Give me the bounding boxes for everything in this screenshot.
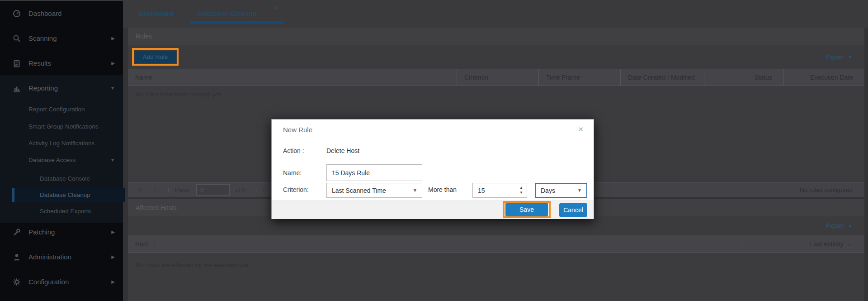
column-header-name[interactable]: Name ↑: [128, 69, 457, 86]
chevron-right-icon: ▶: [111, 61, 115, 66]
unit-select[interactable]: Days ▼: [535, 183, 587, 198]
sidebar-item-label: Smart Group Notifications: [28, 123, 99, 130]
sidebar-item-label: Scheduled Exports: [40, 208, 91, 215]
column-header-criterion[interactable]: Criterion: [457, 69, 538, 86]
sidebar-item-administration[interactable]: Administration ▶: [0, 250, 123, 264]
sidebar-item-dashboard[interactable]: Dashboard: [0, 6, 123, 20]
sidebar-item-report-configuration[interactable]: Report Configuration: [0, 102, 123, 116]
sidebar-item-label: Report Configuration: [28, 106, 85, 113]
tab-bar: Dashboard Database Cleanup ✕: [123, 0, 868, 28]
sort-asc-icon: ↑: [156, 74, 160, 81]
bar-chart-icon: [13, 84, 21, 92]
chevron-right-icon: ▶: [111, 229, 115, 234]
sidebar-item-database-access[interactable]: Database Access ▼: [0, 153, 123, 167]
rule-name-input[interactable]: [326, 164, 422, 181]
sidebar-item-configuration[interactable]: Configuration ▶: [0, 275, 123, 289]
cancel-button[interactable]: Cancel: [559, 203, 587, 217]
affected-hosts-title: Affected Hosts: [136, 204, 177, 211]
add-rule-highlight-box: Add Rule: [132, 48, 179, 66]
criterion-select[interactable]: Last Scanned Time ▼: [326, 183, 422, 198]
sidebar: Dashboard Scanning ▶ Results ▶ Reporting…: [0, 0, 123, 301]
search-icon: [13, 34, 21, 43]
sidebar-item-database-console[interactable]: Database Console: [0, 172, 123, 186]
gauge-icon: [13, 10, 21, 18]
sidebar-item-label: Results: [28, 59, 51, 67]
sidebar-item-smart-group-notifications[interactable]: Smart Group Notifications: [0, 119, 123, 134]
rules-toolbar: Add Rule Export ▼: [128, 45, 864, 69]
pager-separator: |: [168, 186, 169, 193]
pager-page-input[interactable]: [196, 184, 230, 196]
sidebar-item-scheduled-exports[interactable]: Scheduled Exports: [0, 204, 123, 218]
pager-first-icon[interactable]: «: [138, 186, 142, 193]
sidebar-item-label: Database Cleanup: [40, 191, 90, 198]
amount-spinner-field[interactable]: 15 ▲ ▼: [472, 183, 527, 198]
pager-page-label: Page: [175, 186, 189, 193]
column-header-date-created-modified[interactable]: Date Created / Modified: [620, 69, 704, 86]
sidebar-item-label: Configuration: [28, 278, 69, 286]
sidebar-item-scanning[interactable]: Scanning ▶: [0, 31, 123, 45]
chevron-down-icon: ▼: [110, 86, 115, 91]
spinner-arrows: ▲ ▼: [519, 185, 523, 195]
chevron-right-icon: ▶: [111, 279, 115, 284]
app-window: Dashboard Scanning ▶ Results ▶ Reporting…: [0, 0, 868, 301]
caret-down-icon: ▼: [848, 224, 853, 229]
column-header-status[interactable]: Status: [704, 69, 783, 86]
sidebar-item-reporting[interactable]: Reporting ▼: [0, 81, 123, 95]
clipboard-icon: [13, 59, 21, 67]
action-value: Delete Host: [326, 147, 359, 154]
sidebar-item-label: Patching: [28, 228, 55, 236]
spinner-up-icon[interactable]: ▲: [519, 185, 523, 190]
hosts-grid-body: No hosts are effected by the selected ru…: [128, 253, 864, 301]
comparison-text: More than: [428, 186, 457, 193]
close-tab-icon[interactable]: ✕: [274, 4, 279, 12]
save-button[interactable]: Save: [505, 203, 548, 216]
pager-of-label: of 0: [235, 186, 245, 193]
rules-section-header: Rules: [128, 28, 864, 45]
user-icon: [13, 253, 21, 261]
caret-down-icon: ▼: [577, 188, 582, 193]
tab-dashboard[interactable]: Dashboard: [138, 6, 174, 20]
pager-separator: |: [255, 186, 257, 193]
gear-icon: [13, 278, 21, 286]
column-header-execution-date[interactable]: Execution Date: [783, 69, 864, 86]
rules-section-title: Rules: [136, 33, 152, 40]
sort-asc-icon: ↑: [153, 240, 156, 247]
hosts-toolbar: Export ▼: [128, 216, 864, 235]
sidebar-item-label: Database Console: [40, 175, 90, 182]
hosts-export-link[interactable]: Export ▼: [826, 222, 853, 229]
column-header-last-activity[interactable]: Last Activity ↓: [742, 235, 864, 252]
save-highlight-box: Save: [503, 201, 551, 218]
tab-database-cleanup[interactable]: Database Cleanup: [190, 6, 283, 20]
column-header-host[interactable]: Host ↑: [128, 235, 742, 252]
caret-down-icon: ▼: [413, 188, 417, 193]
chevron-right-icon: ▶: [111, 36, 115, 41]
sidebar-item-activity-log-notifications[interactable]: Activity Log Notifications: [0, 136, 123, 150]
sidebar-item-label: Reporting: [28, 84, 58, 92]
sidebar-item-results[interactable]: Results ▶: [0, 56, 123, 70]
sidebar-item-label: Administration: [28, 253, 71, 261]
pager-next-icon[interactable]: ›: [262, 186, 264, 193]
column-header-time-frame[interactable]: Time Frame: [538, 69, 620, 86]
sidebar-item-label: Activity Log Notifications: [28, 140, 94, 147]
rules-export-link[interactable]: Export ▼: [826, 53, 853, 61]
spinner-down-icon[interactable]: ▼: [519, 190, 523, 195]
rules-grid-header: Name ↑ Criterion Time Frame Date Created…: [128, 69, 864, 86]
name-label: Name:: [283, 169, 302, 177]
sidebar-item-database-cleanup[interactable]: Database Cleanup: [12, 188, 125, 202]
caret-down-icon: ▼: [848, 54, 853, 59]
sidebar-item-label: Dashboard: [28, 10, 61, 17]
sidebar-item-label: Database Access: [28, 157, 75, 163]
dialog-close-icon[interactable]: ✕: [578, 125, 584, 134]
new-rule-dialog: New Rule ✕ Action : Delete Host Name: Cr…: [271, 119, 594, 219]
hosts-empty-message: No hosts are effected by the selected ru…: [136, 262, 250, 268]
rules-empty-message: No rules have been created yet.: [136, 91, 222, 98]
pager-status-text: No rules configured: [800, 186, 864, 193]
wrench-icon: [13, 228, 21, 236]
hosts-grid-header: Host ↑ Last Activity ↓: [128, 235, 864, 253]
pager-prev-icon[interactable]: ‹: [154, 186, 156, 193]
chevron-down-icon: ▼: [110, 158, 115, 162]
chevron-right-icon: ▶: [111, 254, 115, 259]
add-rule-button[interactable]: Add Rule: [135, 51, 176, 63]
action-label: Action :: [283, 147, 304, 154]
sidebar-item-patching[interactable]: Patching ▶: [0, 225, 123, 239]
